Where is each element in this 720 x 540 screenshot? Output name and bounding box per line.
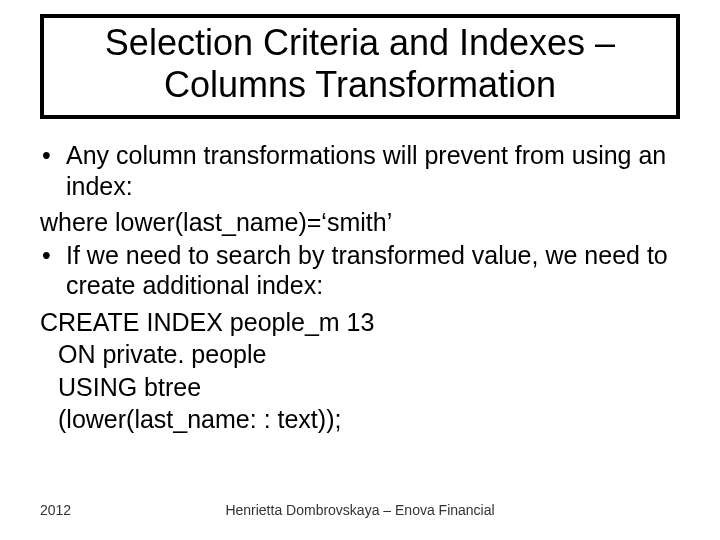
sql-line-3: USING btree bbox=[40, 372, 690, 403]
slide-body: • Any column transformations will preven… bbox=[40, 138, 690, 437]
title-line-1: Selection Criteria and Indexes – bbox=[105, 22, 615, 63]
footer-credit: Henrietta Dombrovskaya – Enova Financial bbox=[0, 502, 720, 518]
bullet-text: Any column transformations will prevent … bbox=[66, 140, 690, 201]
title-line-2: Columns Transformation bbox=[164, 64, 556, 105]
bullet-dot-icon: • bbox=[40, 140, 66, 201]
bullet-item: • If we need to search by transformed va… bbox=[40, 240, 690, 301]
bullet-dot-icon: • bbox=[40, 240, 66, 301]
bullet-item: • Any column transformations will preven… bbox=[40, 140, 690, 201]
bullet-text: If we need to search by transformed valu… bbox=[66, 240, 690, 301]
sql-line-4: (lower(last_name: : text)); bbox=[40, 404, 690, 435]
title-box: Selection Criteria and Indexes – Columns… bbox=[40, 14, 680, 119]
code-where-line: where lower(last_name)=‘smith’ bbox=[40, 207, 690, 238]
sql-line-2: ON private. people bbox=[40, 339, 690, 370]
sql-line-1: CREATE INDEX people_m 13 bbox=[40, 307, 690, 338]
slide: Selection Criteria and Indexes – Columns… bbox=[0, 0, 720, 540]
slide-title: Selection Criteria and Indexes – Columns… bbox=[56, 22, 664, 107]
